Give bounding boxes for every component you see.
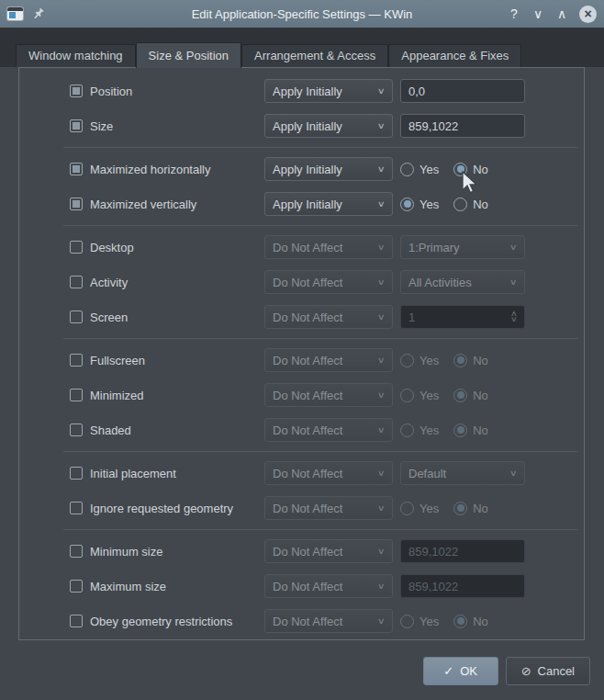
radio-no[interactable] xyxy=(453,163,467,176)
action-policy-combo: Do Not Affect∨ xyxy=(264,609,393,633)
row-label: Shaded xyxy=(90,423,131,437)
radio-yes xyxy=(400,615,414,628)
combo-selected-value: Apply Initially xyxy=(273,198,342,211)
row-checkbox[interactable] xyxy=(70,615,83,627)
maximize-button[interactable]: ∧ xyxy=(552,4,572,24)
settings-rows: PositionApply Initially∨0,0SizeApply Ini… xyxy=(19,68,584,635)
row-label-cell: Obey geometry restrictions xyxy=(70,615,257,628)
combo-selected-value: Do Not Affect xyxy=(273,241,342,254)
value-input: 859,1022 xyxy=(400,574,525,598)
action-policy-combo: Do Not Affect∨ xyxy=(264,574,393,598)
row-checkbox[interactable] xyxy=(70,389,83,401)
row-checkbox[interactable] xyxy=(70,502,83,514)
tab-size-and-position[interactable]: Size & Position xyxy=(136,42,241,68)
row-checkbox[interactable] xyxy=(70,85,83,97)
combo-selected-value: Apply Initially xyxy=(273,163,342,176)
value-text: 859,1022 xyxy=(408,545,458,559)
row-label: Minimized xyxy=(90,389,144,402)
combo-selected-value: Do Not Affect xyxy=(273,502,342,515)
row-label-cell: Position xyxy=(70,85,257,98)
value-text: 859,1022 xyxy=(408,580,458,593)
row-checkbox[interactable] xyxy=(70,198,83,210)
combo-selected-value: Default xyxy=(408,467,446,480)
radio-selected-dot xyxy=(457,165,464,173)
chevron-down-icon: ∨ xyxy=(377,121,386,130)
radio-label: No xyxy=(473,354,488,367)
row-checkbox[interactable] xyxy=(70,119,83,132)
action-policy-combo[interactable]: Apply Initially∨ xyxy=(264,114,393,138)
action-policy-combo[interactable]: Apply Initially∨ xyxy=(264,192,393,216)
tab-bar: Window matching Size & Position Arrangem… xyxy=(0,28,604,67)
radio-selected-dot xyxy=(457,426,464,434)
tab-window-matching[interactable]: Window matching xyxy=(16,44,136,67)
row-label-cell: Desktop xyxy=(70,241,257,254)
radio-yes[interactable] xyxy=(400,163,414,176)
minimize-button[interactable]: ∨ xyxy=(528,4,548,24)
check-icon: ✓ xyxy=(443,664,453,678)
value-input[interactable]: 859,1022 xyxy=(400,114,525,138)
radio-label: No xyxy=(473,423,488,437)
group-separator xyxy=(63,225,577,226)
action-policy-combo: Do Not Affect∨ xyxy=(264,383,393,407)
ok-button[interactable]: ✓ OK xyxy=(423,657,498,685)
radio-label: Yes xyxy=(419,615,439,628)
row-checkbox[interactable] xyxy=(70,163,83,175)
action-policy-combo: Do Not Affect∨ xyxy=(264,461,393,485)
help-button[interactable]: ? xyxy=(504,4,524,24)
action-policy-combo[interactable]: Apply Initially∨ xyxy=(264,79,393,103)
row-checkbox[interactable] xyxy=(70,354,83,367)
row-label: Activity xyxy=(90,276,128,289)
radio-yes xyxy=(400,354,414,367)
radio-label: Yes xyxy=(419,389,439,402)
radio-yes[interactable] xyxy=(400,198,414,211)
action-policy-combo[interactable]: Apply Initially∨ xyxy=(264,157,393,181)
value-input[interactable]: 0,0 xyxy=(400,79,525,103)
radio-label: Yes xyxy=(419,198,439,211)
radio-option-no: No xyxy=(453,198,488,211)
row-checkbox[interactable] xyxy=(70,423,83,436)
row-checkbox[interactable] xyxy=(70,467,83,480)
setting-row: PositionApply Initially∨0,0 xyxy=(70,77,584,105)
row-label: Screen xyxy=(90,310,128,324)
row-checkbox[interactable] xyxy=(70,276,83,288)
checkbox-check-mark xyxy=(73,165,80,173)
row-label-cell: Screen xyxy=(70,310,257,324)
spin-value: 1 xyxy=(408,310,415,324)
row-label-cell: Minimized xyxy=(70,389,257,402)
radio-option-yes: Yes xyxy=(400,354,439,367)
cancel-button[interactable]: ⊘ Cancel xyxy=(506,657,590,685)
radio-option-yes: Yes xyxy=(400,615,439,628)
row-checkbox[interactable] xyxy=(70,545,83,558)
row-checkbox[interactable] xyxy=(70,241,83,254)
row-checkbox[interactable] xyxy=(70,580,83,593)
tab-arrangement-and-access[interactable]: Arrangement & Access xyxy=(241,44,388,67)
dialog-window: Edit Application-Specific Settings — KWi… xyxy=(0,0,604,700)
setting-row: Obey geometry restrictionsDo Not Affect∨… xyxy=(70,607,584,635)
pin-icon[interactable] xyxy=(32,7,45,20)
radio-label: Yes xyxy=(419,354,439,367)
row-label-cell: Minimum size xyxy=(70,545,257,559)
value-combo: All Activities∨ xyxy=(400,270,525,294)
titlebar[interactable]: Edit Application-Specific Settings — KWi… xyxy=(0,0,604,28)
setting-row: Ignore requested geometryDo Not Affect∨Y… xyxy=(70,494,584,522)
row-label: Minimum size xyxy=(90,545,162,559)
radio-no xyxy=(453,389,467,402)
combo-selected-value: Do Not Affect xyxy=(273,389,342,402)
combo-selected-value: Do Not Affect xyxy=(273,467,342,480)
row-label-cell: Initial placement xyxy=(70,467,257,480)
combo-selected-value: Do Not Affect xyxy=(273,276,342,289)
radio-label: No xyxy=(473,198,488,211)
row-checkbox[interactable] xyxy=(70,310,83,323)
radio-no[interactable] xyxy=(453,198,467,211)
close-button[interactable]: × xyxy=(579,6,597,23)
setting-row: SizeApply Initially∨859,1022 xyxy=(70,112,584,140)
chevron-down-icon: ∨ xyxy=(377,581,386,591)
radio-selected-dot xyxy=(404,200,411,208)
action-policy-combo: Do Not Affect∨ xyxy=(264,418,393,442)
setting-row: Maximized verticallyApply Initially∨YesN… xyxy=(70,190,584,218)
spinner-down-icon: ∨ xyxy=(510,317,518,322)
tab-appearance-and-fixes[interactable]: Appearance & Fixes xyxy=(388,44,521,67)
action-policy-combo: Do Not Affect∨ xyxy=(264,270,393,294)
radio-option-no: No xyxy=(453,354,488,367)
row-label: Maximum size xyxy=(90,580,166,593)
